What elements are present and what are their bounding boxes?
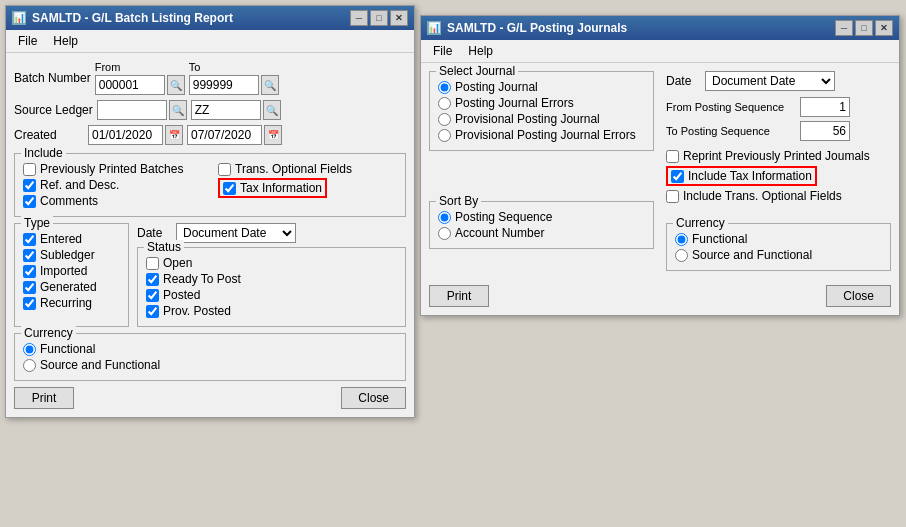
currency-source-functional: Source and Functional (23, 358, 397, 372)
sort-items: Posting Sequence Account Number (438, 210, 645, 240)
reprint-prev-printed: Reprint Previously Printed Joumals (666, 149, 891, 163)
source-ledger-to[interactable] (191, 100, 261, 120)
status-ready-cb[interactable] (146, 273, 159, 286)
batch-number-label: Batch Number (14, 71, 91, 85)
window2-icon: 📊 (427, 21, 441, 35)
from-posting-seq-input[interactable] (800, 97, 850, 117)
type-entered-cb[interactable] (23, 233, 36, 246)
include-tax-info-cb[interactable] (223, 182, 236, 195)
type-imported: Imported (23, 264, 120, 278)
from-posting-seq-row: From Posting Sequence (666, 97, 891, 117)
window2-menu-help[interactable]: Help (460, 42, 501, 60)
sort-account-num-label: Account Number (455, 226, 544, 240)
status-prov-posted-cb[interactable] (146, 305, 159, 318)
window1-maximize[interactable]: □ (370, 10, 388, 26)
type-imported-label: Imported (40, 264, 87, 278)
journal-errors-radio[interactable] (438, 97, 451, 110)
journal-provisional-radio[interactable] (438, 113, 451, 126)
type-group-title: Type (21, 216, 53, 230)
tax-info-highlight: Tax Information (218, 178, 327, 198)
include-prev-printed-cb[interactable] (23, 163, 36, 176)
to-posting-seq-input[interactable] (800, 121, 850, 141)
window1-menu-file[interactable]: File (10, 32, 45, 50)
to-posting-seq-label: To Posting Sequence (666, 125, 796, 137)
journal-errors-label: Posting Journal Errors (455, 96, 574, 110)
reprint-prev-cb[interactable] (666, 150, 679, 163)
select-journal-title: Select Journal (436, 64, 518, 78)
window2-print-btn[interactable]: Print (429, 285, 489, 307)
window1-print-btn[interactable]: Print (14, 387, 74, 409)
type-generated-cb[interactable] (23, 281, 36, 294)
status-posted-label: Posted (163, 288, 200, 302)
source-ledger-from[interactable] (97, 100, 167, 120)
source-ledger-from-search[interactable]: 🔍 (169, 100, 187, 120)
created-to-calendar[interactable]: 📅 (264, 125, 282, 145)
window2-menu-file[interactable]: File (425, 42, 460, 60)
w2-currency-functional: Functional (675, 232, 882, 246)
w2-date-label: Date (666, 74, 701, 88)
journal-posting-radio[interactable] (438, 81, 451, 94)
include-tax-info-w2-cb[interactable] (671, 170, 684, 183)
include-tax-info: Tax Information (218, 178, 397, 198)
window2-close-btn[interactable]: Close (826, 285, 891, 307)
options-section: Reprint Previously Printed Joumals Inclu… (666, 149, 891, 203)
include-group: Include Previously Printed Batches Ref. … (14, 153, 406, 217)
include-trans-optional-w2: Include Trans. Optional Fields (666, 189, 891, 203)
sort-posting-seq: Posting Sequence (438, 210, 645, 224)
w2-currency-source-functional: Source and Functional (675, 248, 882, 262)
journal-provisional-errors-radio[interactable] (438, 129, 451, 142)
include-comments-cb[interactable] (23, 195, 36, 208)
sort-by-title: Sort By (436, 194, 481, 208)
include-trans-optional-cb[interactable] (218, 163, 231, 176)
type-generated-label: Generated (40, 280, 97, 294)
batch-listing-title-bar: 📊 SAMLTD - G/L Batch Listing Report ─ □ … (6, 6, 414, 30)
sort-posting-seq-radio[interactable] (438, 211, 451, 224)
created-from-calendar[interactable]: 📅 (165, 125, 183, 145)
window2-maximize[interactable]: □ (855, 20, 873, 36)
window1-close[interactable]: ✕ (390, 10, 408, 26)
window1-close-btn[interactable]: Close (341, 387, 406, 409)
journal-items: Posting Journal Posting Journal Errors P… (438, 80, 645, 142)
type-recurring-cb[interactable] (23, 297, 36, 310)
journal-errors: Posting Journal Errors (438, 96, 645, 110)
w2-currency-group: Currency Functional Source and Functiona… (666, 223, 891, 271)
type-recurring-label: Recurring (40, 296, 92, 310)
currency-source-functional-radio[interactable] (23, 359, 36, 372)
date-status-col: Date Document Date Posting Date Status O… (137, 223, 406, 333)
w2-date-select[interactable]: Document Date Posting Date (705, 71, 835, 91)
type-entered: Entered (23, 232, 120, 246)
window1-footer: Print Close (14, 387, 406, 409)
source-ledger-label: Source Ledger (14, 103, 93, 117)
created-to[interactable] (187, 125, 262, 145)
window1-minimize[interactable]: ─ (350, 10, 368, 26)
currency-functional-radio[interactable] (23, 343, 36, 356)
w2-currency-source-functional-radio[interactable] (675, 249, 688, 262)
w2-currency-functional-radio[interactable] (675, 233, 688, 246)
status-posted-cb[interactable] (146, 289, 159, 302)
created-from[interactable] (88, 125, 163, 145)
include-comments-label: Comments (40, 194, 98, 208)
window1-menu-help[interactable]: Help (45, 32, 86, 50)
type-imported-cb[interactable] (23, 265, 36, 278)
window2-close-x[interactable]: ✕ (875, 20, 893, 36)
batch-number-from[interactable] (95, 75, 165, 95)
main-content: Select Journal Posting Journal Posting J… (429, 71, 891, 277)
include-ref-desc-cb[interactable] (23, 179, 36, 192)
currency-functional-label: Functional (40, 342, 95, 356)
type-subledger-cb[interactable] (23, 249, 36, 262)
date-select[interactable]: Document Date Posting Date (176, 223, 296, 243)
include-trans-optional-w2-cb[interactable] (666, 190, 679, 203)
type-generated: Generated (23, 280, 120, 294)
currency-group: Currency Functional Source and Functiona… (14, 333, 406, 381)
window2-minimize[interactable]: ─ (835, 20, 853, 36)
status-items: Open Ready To Post Posted Prov. Pos (146, 256, 397, 318)
batch-number-from-search[interactable]: 🔍 (167, 75, 185, 95)
batch-number-to-search[interactable]: 🔍 (261, 75, 279, 95)
batch-number-to[interactable] (189, 75, 259, 95)
w2-currency-items: Functional Source and Functional (675, 232, 882, 262)
source-ledger-to-search[interactable]: 🔍 (263, 100, 281, 120)
created-label: Created (14, 128, 84, 142)
sort-account-num-radio[interactable] (438, 227, 451, 240)
posting-journals-title-bar: 📊 SAMLTD - G/L Posting Journals ─ □ ✕ (421, 16, 899, 40)
status-open-cb[interactable] (146, 257, 159, 270)
